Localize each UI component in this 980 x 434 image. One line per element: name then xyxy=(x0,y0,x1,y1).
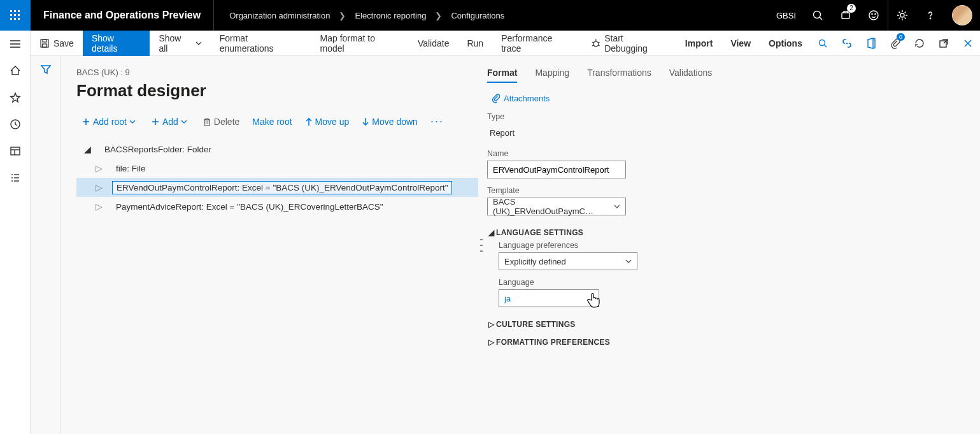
tree-row[interactable]: ▷ file: File xyxy=(76,159,478,178)
language-input[interactable] xyxy=(499,289,599,307)
import-button[interactable]: Import xyxy=(676,31,722,56)
template-select[interactable]: BACS (UK)_ERVendOutPaymC… xyxy=(487,198,626,215)
expand-icon[interactable]: ▷ xyxy=(94,182,103,192)
attachments-count-icon[interactable]: 0 xyxy=(883,31,907,56)
svg-rect-7 xyxy=(14,18,16,20)
start-debug-label: Start Debugging xyxy=(604,33,667,54)
svg-point-13 xyxy=(872,13,872,14)
move-down-button[interactable]: Move down xyxy=(357,114,423,129)
modules-icon[interactable] xyxy=(0,164,31,191)
tree-row-root[interactable]: ◢ BACSReportsFolder: Folder xyxy=(76,140,478,159)
options-label: Options xyxy=(769,38,802,48)
expand-icon[interactable]: ▷ xyxy=(94,201,103,212)
start-debugging-button[interactable]: Start Debugging xyxy=(582,31,676,56)
add-button[interactable]: Add xyxy=(146,114,195,129)
filter-rail xyxy=(31,56,61,434)
performance-trace-button[interactable]: Performance trace xyxy=(492,31,581,56)
search-command-icon[interactable] xyxy=(811,31,835,56)
tree-row-selected[interactable]: ▷ ERVendOutPaymControlReport: Excel = "B… xyxy=(76,178,478,197)
tree-toolbar: Add root Add Delete Make root Move up Mo… xyxy=(76,112,478,131)
breadcrumb-item[interactable]: Organization administration xyxy=(227,11,332,20)
svg-point-12 xyxy=(869,11,878,20)
popout-icon[interactable] xyxy=(932,31,956,56)
map-format-button[interactable]: Map format to model xyxy=(311,31,409,56)
type-label: Type xyxy=(487,112,980,121)
make-root-button[interactable]: Make root xyxy=(247,114,297,129)
validate-button[interactable]: Validate xyxy=(409,31,458,56)
move-up-button[interactable]: Move up xyxy=(300,114,355,129)
app-title: Finance and Operations Preview xyxy=(31,10,213,21)
breadcrumb-item[interactable]: Electronic reporting xyxy=(352,11,429,20)
tab-validations[interactable]: Validations xyxy=(669,68,712,83)
tree-row[interactable]: ▷ PaymentAdviceReport: Excel = "BACS (UK… xyxy=(76,197,478,216)
format-enumerations-button[interactable]: Format enumerations xyxy=(211,31,311,56)
language-preferences-select[interactable]: Explicitly defined xyxy=(499,252,637,270)
workspace-icon[interactable] xyxy=(0,138,31,164)
tab-format[interactable]: Format xyxy=(487,68,517,83)
chevron-down-icon xyxy=(614,203,620,210)
splitter[interactable] xyxy=(478,56,485,434)
search-icon[interactable] xyxy=(804,0,832,31)
tab-transformations[interactable]: Transformations xyxy=(587,68,651,83)
svg-point-16 xyxy=(930,18,930,18)
svg-rect-3 xyxy=(10,14,12,16)
gear-icon[interactable] xyxy=(888,0,916,31)
office-icon[interactable] xyxy=(859,31,883,56)
make-root-label: Make root xyxy=(252,117,292,127)
main-content: BACS (UK) : 9 Format designer Add root A… xyxy=(61,56,980,434)
company-label[interactable]: GBSI xyxy=(769,11,804,20)
svg-line-22 xyxy=(592,42,593,43)
link-icon[interactable] xyxy=(835,31,859,56)
hamburger-icon[interactable] xyxy=(0,31,31,57)
expand-icon[interactable]: ▷ xyxy=(94,163,103,173)
lang-pref-label: Language preferences xyxy=(499,241,980,250)
delete-label: Delete xyxy=(214,117,239,127)
close-icon[interactable] xyxy=(956,31,980,56)
refresh-icon[interactable] xyxy=(907,31,932,56)
show-all-button[interactable]: Show all xyxy=(150,31,210,56)
svg-rect-18 xyxy=(43,40,46,42)
language-settings-section[interactable]: ◢ LANGUAGE SETTINGS xyxy=(485,223,980,241)
save-button[interactable]: Save xyxy=(31,31,83,56)
chevron-down-icon xyxy=(181,119,190,125)
format-enum-label: Format enumerations xyxy=(220,33,302,54)
smiley-icon[interactable] xyxy=(860,0,888,31)
tabs: Format Mapping Transformations Validatio… xyxy=(485,68,980,83)
recent-icon[interactable] xyxy=(0,111,31,138)
name-label: Name xyxy=(487,149,980,158)
add-root-button[interactable]: Add root xyxy=(76,114,143,129)
filter-icon[interactable] xyxy=(31,56,61,83)
avatar[interactable] xyxy=(952,5,972,25)
svg-line-10 xyxy=(820,17,822,20)
breadcrumb-item[interactable]: Configurations xyxy=(448,11,507,20)
lang-settings-label: LANGUAGE SETTINGS xyxy=(496,228,583,237)
name-input[interactable] xyxy=(487,161,626,178)
run-button[interactable]: Run xyxy=(458,31,492,56)
svg-rect-17 xyxy=(41,40,48,47)
options-button[interactable]: Options xyxy=(760,31,811,56)
svg-rect-4 xyxy=(14,14,16,16)
svg-line-23 xyxy=(598,42,599,43)
help-icon[interactable] xyxy=(916,0,944,31)
more-button[interactable]: ··· xyxy=(425,112,449,131)
svg-rect-35 xyxy=(11,147,20,155)
notification-icon[interactable]: 2 xyxy=(832,0,860,31)
svg-point-14 xyxy=(875,13,876,14)
top-bar: Finance and Operations Preview Organizat… xyxy=(0,0,980,31)
formatting-preferences-section[interactable]: ▷ FORMATTING PREFERENCES xyxy=(485,333,980,351)
show-details-button[interactable]: Show details xyxy=(83,31,150,56)
delete-button[interactable]: Delete xyxy=(197,114,245,129)
home-icon[interactable] xyxy=(0,57,31,84)
tab-mapping[interactable]: Mapping xyxy=(535,68,569,83)
star-icon[interactable] xyxy=(0,84,31,111)
view-button[interactable]: View xyxy=(721,31,760,56)
svg-point-15 xyxy=(900,13,904,17)
left-pane: BACS (UK) : 9 Format designer Add root A… xyxy=(61,56,478,434)
tree-node-label: BACSReportsFolder: Folder xyxy=(101,143,215,156)
culture-settings-section[interactable]: ▷ CULTURE SETTINGS xyxy=(485,315,980,333)
attachments-link[interactable]: Attachments xyxy=(485,93,980,103)
svg-line-24 xyxy=(592,45,593,45)
collapse-icon[interactable]: ◢ xyxy=(83,144,92,154)
svg-rect-8 xyxy=(18,18,20,20)
waffle-icon[interactable] xyxy=(0,0,31,31)
